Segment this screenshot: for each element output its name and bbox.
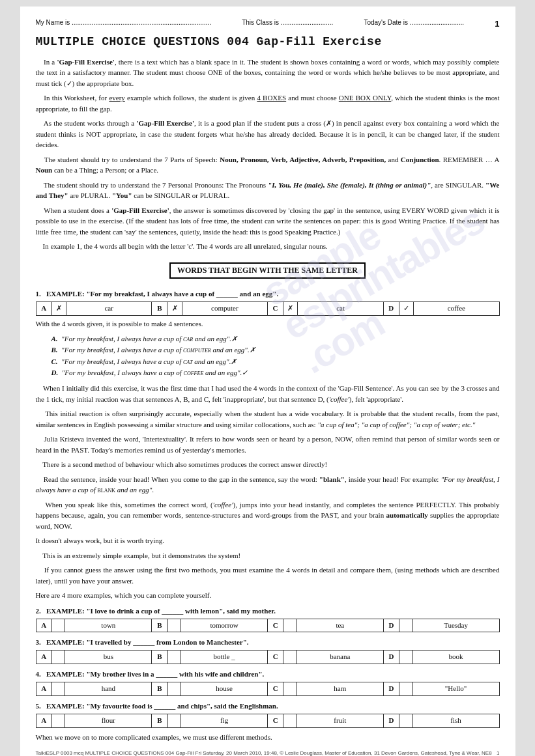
- ex4-c-letter: C: [267, 682, 283, 696]
- ex2-b-word: tomorrow: [181, 619, 268, 632]
- ex3-c-letter: C: [267, 651, 283, 664]
- example2-number: 2.: [36, 607, 41, 615]
- header-row: My Name is .............................…: [36, 18, 500, 31]
- explanation-p3: Julia Kristeva invented the word, 'Inter…: [36, 434, 500, 455]
- ex2-b-mark: [167, 619, 181, 632]
- ex2-c-word: tea: [296, 619, 383, 632]
- example1-number: 1.: [36, 290, 41, 298]
- ex5-c-word: fruit: [296, 714, 383, 728]
- ex5-a-letter: A: [36, 714, 52, 728]
- explanation-p8: This is an extremely simple example, but…: [36, 550, 500, 561]
- ex4-a-letter: A: [36, 682, 52, 696]
- class-label: This Class is ..........................…: [242, 18, 333, 31]
- ex4-d-mark: [399, 682, 412, 696]
- ex4-b-letter: B: [152, 682, 168, 696]
- intro-p1: In a 'Gap-Fill Exercise', there is a tex…: [36, 57, 500, 89]
- example4-number: 4.: [36, 670, 41, 678]
- ex4-a-word: hand: [65, 682, 152, 696]
- ex2-b-letter: B: [152, 619, 168, 632]
- ex2-d-letter: D: [383, 619, 399, 632]
- ex1-b-letter: B: [152, 302, 167, 316]
- example3-prompt: EXAMPLE: "I travelled by ______ from Lon…: [46, 638, 249, 646]
- page-number-top: 1: [495, 18, 499, 31]
- closing-text: When we move on to more complicated exam…: [36, 732, 500, 743]
- intro-p6: When a student does a 'Gap-Fill Exercise…: [36, 205, 500, 238]
- ex2-a-word: town: [65, 619, 152, 632]
- explanation-p1: When I initially did this exercise, it w…: [36, 383, 500, 404]
- example5-table: A flour B fig C fruit D fish: [36, 714, 500, 728]
- ex1-b-word: computer: [182, 302, 267, 316]
- explanation-p9: If you cannot guess the answer using the…: [36, 565, 500, 586]
- ex4-d-word: "Hello": [412, 682, 499, 696]
- ex3-c-mark: [283, 651, 296, 664]
- ex1-a-letter: A: [36, 302, 51, 316]
- example1-answers: A. "For my breakfast, I always have a cu…: [51, 333, 500, 379]
- example5-number: 5.: [36, 702, 41, 710]
- explanation-p7: It doesn't always work, but it is worth …: [36, 535, 500, 546]
- example2-label: 2. EXAMPLE: "I love to drink a cup of __…: [36, 606, 500, 617]
- ex5-d-word: fish: [412, 714, 499, 728]
- example5-label: 5. EXAMPLE: "My favourite food is ______…: [36, 701, 500, 712]
- ex4-a-mark: [52, 682, 65, 696]
- intro-p4: The student should try to understand the…: [36, 154, 500, 176]
- ex3-c-word: banana: [296, 651, 383, 664]
- example3-number: 3.: [36, 638, 41, 646]
- intro-p5: The student should try to understand the…: [36, 180, 500, 201]
- ex2-c-letter: C: [267, 619, 283, 632]
- ex1-d-word: coffee: [414, 302, 499, 316]
- ex5-b-mark: [167, 714, 181, 728]
- example5-prompt: EXAMPLE: "My favourite food is ______ an…: [46, 702, 278, 710]
- answer-b: B. "For my breakfast, I always have a cu…: [51, 344, 500, 356]
- ex5-d-mark: [399, 714, 412, 728]
- ex5-b-letter: B: [152, 714, 168, 728]
- ex3-d-word: book: [412, 651, 499, 664]
- explanation-p2: This initial reaction is often surprisin…: [36, 408, 500, 430]
- explanation-p6: When you speak like this, sometimes the …: [36, 499, 500, 532]
- footer-right: 1: [497, 749, 499, 756]
- ex5-c-mark: [283, 714, 296, 728]
- answer-d: D. "For my breakfast, I always have a cu…: [51, 367, 500, 379]
- answer-c: C. "For my breakfast, I always have a cu…: [51, 356, 500, 368]
- explanation-p10: Here are 4 more examples, which you can …: [36, 590, 500, 601]
- ex5-c-letter: C: [267, 714, 283, 728]
- name-label: My Name is .............................…: [36, 18, 212, 31]
- ex3-d-letter: D: [383, 651, 399, 664]
- ex2-a-letter: A: [36, 619, 52, 632]
- ex4-b-mark: [167, 682, 181, 696]
- footer-row: TalkiESLP 0003 mcq MULTIPLE CHOICE QUEST…: [36, 749, 500, 756]
- ex1-c-mark: ✗: [283, 302, 298, 316]
- explanation-p5: Read the sentence, inside your head! Whe…: [36, 474, 500, 496]
- ex2-d-mark: [399, 619, 412, 632]
- main-title: MULTIPLE CHOICE QUESTIONS 004 Gap-Fill E…: [36, 33, 500, 50]
- example2-prompt: EXAMPLE: "I love to drink a cup of _____…: [46, 607, 276, 615]
- section-heading: WORDS THAT BEGIN WITH THE SAME LETTER: [169, 262, 366, 279]
- ex2-c-mark: [283, 619, 296, 632]
- date-label: Today's Date is ........................…: [364, 18, 464, 31]
- ex4-c-word: ham: [296, 682, 383, 696]
- ex1-b-mark: ✗: [167, 302, 182, 316]
- footer-left: TalkiESLP 0003 mcq MULTIPLE CHOICE QUEST…: [36, 749, 497, 756]
- ex1-a-mark: ✗: [51, 302, 66, 316]
- ex4-b-word: house: [181, 682, 268, 696]
- example3-label: 3. EXAMPLE: "I travelled by ______ from …: [36, 637, 500, 648]
- ex5-d-letter: D: [383, 714, 399, 728]
- ex3-d-mark: [399, 651, 412, 664]
- ex1-d-letter: D: [383, 302, 399, 316]
- example1-label: 1. EXAMPLE: "For my breakfast, I always …: [36, 289, 500, 300]
- ex5-a-mark: [52, 714, 65, 728]
- ex5-b-word: fig: [181, 714, 268, 728]
- explanation-p4: There is a second method of behaviour wh…: [36, 459, 500, 470]
- ex3-a-mark: [52, 651, 65, 664]
- example3-table: A bus B bottle _ C banana D book: [36, 650, 500, 664]
- ex2-d-word: Tuesday: [412, 619, 499, 632]
- ex1-c-letter: C: [267, 302, 283, 316]
- ex3-a-word: bus: [65, 651, 152, 664]
- ex3-b-word: bottle _: [181, 651, 268, 664]
- example4-table: A hand B house C ham D "Hello": [36, 682, 500, 696]
- ex3-b-letter: B: [152, 651, 168, 664]
- answer-a: A. "For my breakfast, I always have a cu…: [51, 333, 500, 345]
- ex2-a-mark: [52, 619, 65, 632]
- section-heading-wrapper: WORDS THAT BEGIN WITH THE SAME LETTER: [36, 257, 500, 284]
- page: sampleeslprintables.com My Name is .....…: [20, 7, 515, 756]
- intro-p3: As the student works through a 'Gap-Fill…: [36, 118, 500, 150]
